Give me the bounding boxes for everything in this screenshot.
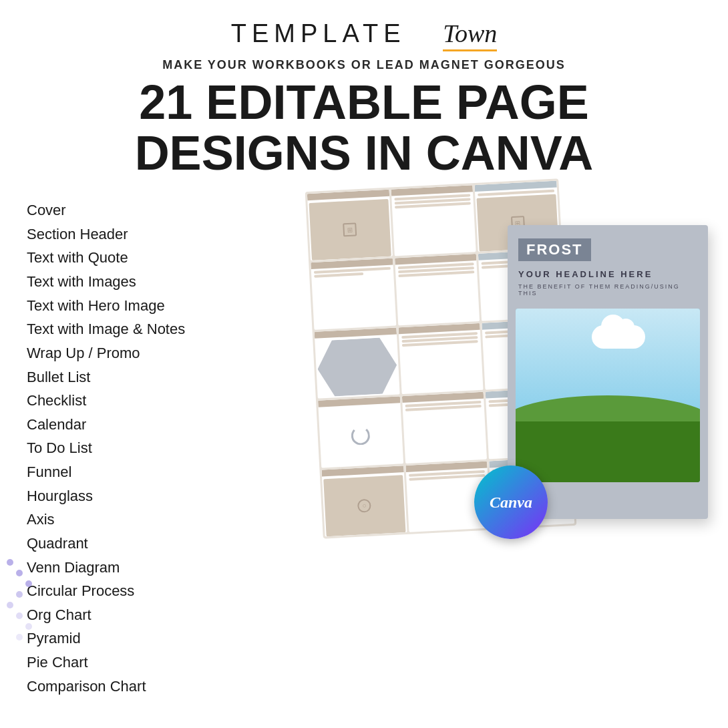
subtitle: MAKE YOUR WORKBOOKS OR LEAD MAGNET GORGE… [0,58,728,72]
list-item: Funnel [27,460,321,484]
grid-cell [391,185,476,256]
main-heading: 21 EDITABLE PAGE DESIGNS IN CANVA [0,77,728,178]
right-mockup: ⊞ ⊞ [334,198,701,626]
page: TEMPLATE Town MAKE YOUR WORKBOOKS OR LEA… [0,0,728,728]
grid-cell [311,258,396,330]
list-item: Bullet List [27,365,321,389]
left-list: Cover Section Header Text with Quote Tex… [27,198,321,698]
decorative-dots [7,555,32,645]
list-item: Wrap Up / Promo [27,341,321,365]
list-item: Venn Diagram [27,556,321,580]
list-item: Quadrant [27,532,321,556]
list-item: Checklist [27,389,321,413]
frost-card: FROST YOUR HEADLINE HERE THE BENEFIT OF … [508,225,708,519]
list-item: Text with Hero Image [27,294,321,318]
frost-subheadline: THE BENEFIT OF THEM READING/USING THIS [518,283,697,297]
list-item: Hourglass [27,484,321,508]
list-item: Circular Process [27,579,321,603]
list-item: Comparison Chart [27,675,321,699]
grid-cell: ⊞ [307,190,393,261]
list-item: Axis [27,508,321,532]
list-item: Text with Images [27,270,321,294]
frost-label: FROST [518,238,591,261]
grid-cell [402,392,488,464]
frost-headline: YOUR HEADLINE HERE [518,269,697,279]
items-list: Cover Section Header Text with Quote Tex… [27,198,321,698]
frost-ground [516,421,700,482]
list-item: Text with Image & Notes [27,317,321,341]
canva-badge: Canva [474,466,548,539]
list-item: Text with Quote [27,246,321,270]
brand-title: TEMPLATE Town [0,19,728,51]
grid-cell [395,254,480,326]
list-item: Pie Chart [27,651,321,675]
frost-image-area [516,309,700,482]
grid-cell: ○ [321,466,407,537]
grid-cell [315,327,400,399]
list-item: Cover [27,198,321,222]
frost-card-header: FROST YOUR HEADLINE HERE THE BENEFIT OF … [508,225,708,303]
brand-name-part2: Town [443,19,497,51]
list-item: Calendar [27,413,321,437]
canva-text: Canva [490,494,532,512]
grid-cell [318,397,403,468]
list-item: To Do List [27,436,321,460]
frost-cloud [592,325,645,349]
list-item: Section Header [27,222,321,246]
brand-name-part1: TEMPLATE [231,19,406,47]
content-area: Cover Section Header Text with Quote Tex… [0,198,728,698]
grid-cell [398,323,484,395]
header: TEMPLATE Town [0,0,728,58]
list-item: Pyramid [27,626,321,651]
list-item: Org Chart [27,603,321,627]
